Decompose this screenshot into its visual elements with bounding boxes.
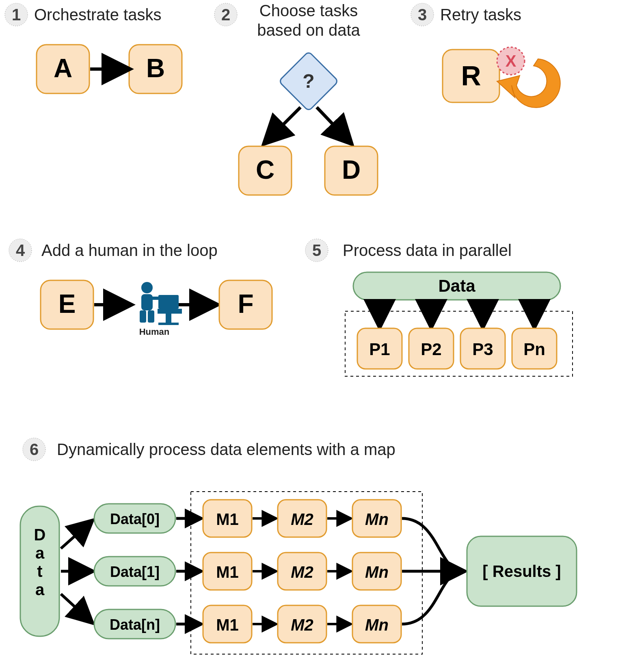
step-badge-2: 2 bbox=[214, 3, 237, 26]
badge-number: 3 bbox=[418, 6, 427, 24]
decision-diamond: ? bbox=[279, 51, 338, 111]
panel-3-title: Retry tasks bbox=[440, 6, 521, 24]
diagram-root: 1 Orchestrate tasks A B 2 Choose tasks b… bbox=[0, 0, 618, 672]
p2-label: P2 bbox=[421, 340, 441, 359]
task-e-label: E bbox=[58, 289, 76, 319]
svg-point-6 bbox=[141, 282, 153, 293]
step-badge-6: 6 bbox=[23, 438, 45, 461]
task-r-label: R bbox=[461, 60, 481, 91]
p-boxes: P1 P2 P3 Pn bbox=[357, 328, 557, 369]
badge-number: 6 bbox=[30, 440, 39, 458]
panel-1-title: Orchestrate tasks bbox=[34, 6, 161, 24]
panel-3: 3 Retry tasks R X bbox=[411, 3, 560, 108]
svg-text:M1: M1 bbox=[216, 563, 239, 581]
panel-4: 4 Add a human in the loop E Human F bbox=[9, 239, 272, 337]
svg-rect-13 bbox=[158, 323, 179, 325]
task-a-label: A bbox=[54, 54, 72, 83]
merge-0 bbox=[402, 518, 463, 571]
panel-2: 2 Choose tasks based on data ? C D bbox=[214, 2, 378, 195]
svg-text:Mn: Mn bbox=[365, 563, 389, 581]
panel-6-title: Dynamically process data elements with a… bbox=[57, 440, 395, 458]
step-badge-3: 3 bbox=[411, 3, 434, 26]
human-icon bbox=[140, 282, 182, 325]
data-src-d: D bbox=[34, 526, 46, 544]
merge-2 bbox=[402, 571, 463, 624]
svg-text:M2: M2 bbox=[291, 510, 313, 528]
panel-4-title: Add a human in the loop bbox=[41, 241, 218, 259]
data-src-a2: a bbox=[35, 581, 45, 598]
task-d-label: D bbox=[342, 155, 361, 184]
panel-5: 5 Process data in parallel Data P1 P2 P3… bbox=[305, 239, 573, 376]
badge-number: 1 bbox=[12, 6, 21, 24]
arrow-to-c bbox=[266, 107, 300, 142]
svg-text:Mn: Mn bbox=[365, 616, 389, 634]
badge-number: 4 bbox=[16, 241, 25, 259]
svg-rect-12 bbox=[166, 314, 171, 323]
svg-rect-11 bbox=[158, 309, 182, 314]
pn-label: Pn bbox=[523, 340, 545, 359]
svg-text:M2: M2 bbox=[291, 563, 313, 581]
arrow-data-n bbox=[61, 594, 91, 622]
arrow-to-d bbox=[317, 107, 350, 142]
arrow-data-0 bbox=[61, 522, 91, 548]
data-pills: Data[0] Data[1] Data[n] bbox=[94, 504, 175, 639]
error-badge: X bbox=[497, 47, 525, 75]
panel-2-title-line1: Choose tasks bbox=[259, 2, 358, 20]
datan-label: Data[n] bbox=[110, 616, 160, 633]
step-badge-4: 4 bbox=[9, 239, 32, 262]
p-arrows bbox=[380, 301, 534, 325]
p1-label: P1 bbox=[369, 340, 390, 359]
svg-rect-8 bbox=[140, 310, 146, 323]
panel-5-title: Process data in parallel bbox=[343, 241, 512, 259]
task-f-label: F bbox=[238, 289, 253, 319]
data-src-a1: a bbox=[35, 544, 45, 562]
svg-text:M2: M2 bbox=[291, 616, 313, 634]
svg-rect-9 bbox=[148, 310, 154, 323]
panel-2-title-line2: based on data bbox=[257, 21, 360, 39]
human-label: Human bbox=[139, 327, 170, 337]
task-c-label: C bbox=[256, 155, 274, 184]
error-label: X bbox=[506, 52, 516, 70]
svg-rect-10 bbox=[158, 295, 179, 309]
decision-label: ? bbox=[303, 70, 314, 92]
svg-rect-14 bbox=[151, 297, 160, 300]
map-rows: M1 M2 Mn M1 M2 Mn M1 M2 Mn bbox=[176, 500, 401, 643]
task-b-label: B bbox=[146, 54, 165, 83]
p3-label: P3 bbox=[472, 340, 493, 359]
data0-label: Data[0] bbox=[110, 511, 160, 527]
results-label: [ Results ] bbox=[482, 562, 561, 580]
svg-text:Mn: Mn bbox=[365, 510, 389, 528]
svg-text:M1: M1 bbox=[216, 510, 239, 528]
svg-text:M1: M1 bbox=[216, 616, 239, 634]
badge-number: 5 bbox=[312, 241, 321, 259]
data-label: Data bbox=[438, 276, 475, 295]
data-src-t: t bbox=[37, 562, 42, 580]
panel-1: 1 Orchestrate tasks A B bbox=[5, 3, 182, 93]
step-badge-1: 1 bbox=[5, 3, 28, 26]
badge-number: 2 bbox=[221, 6, 230, 24]
data1-label: Data[1] bbox=[110, 564, 160, 580]
panel-6: 6 Dynamically process data elements with… bbox=[20, 438, 577, 654]
svg-rect-7 bbox=[141, 294, 153, 310]
step-badge-5: 5 bbox=[305, 239, 328, 262]
